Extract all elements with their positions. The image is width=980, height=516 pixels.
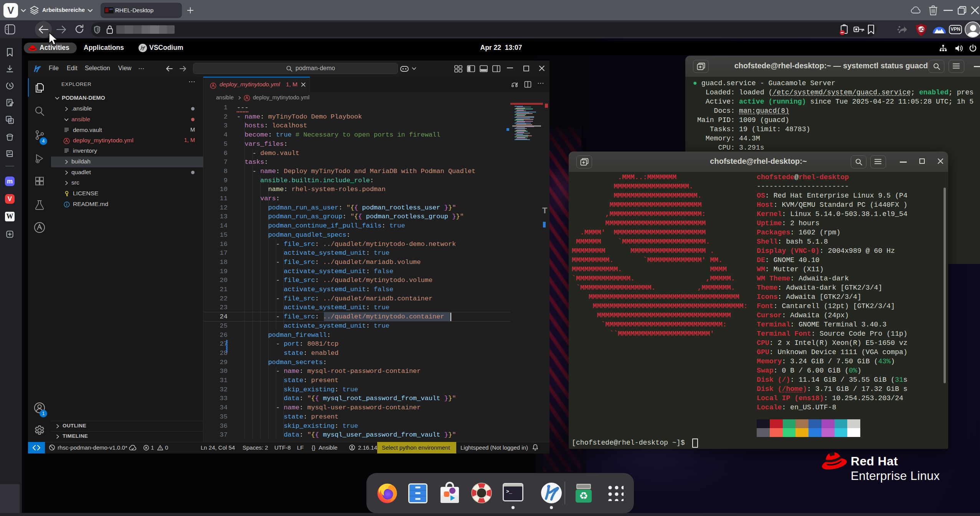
svg-text:文: 文 [9,119,12,123]
svg-text:>_: >_ [506,489,512,495]
svg-text:♻: ♻ [579,490,588,501]
svg-text:uO: uO [918,27,925,32]
